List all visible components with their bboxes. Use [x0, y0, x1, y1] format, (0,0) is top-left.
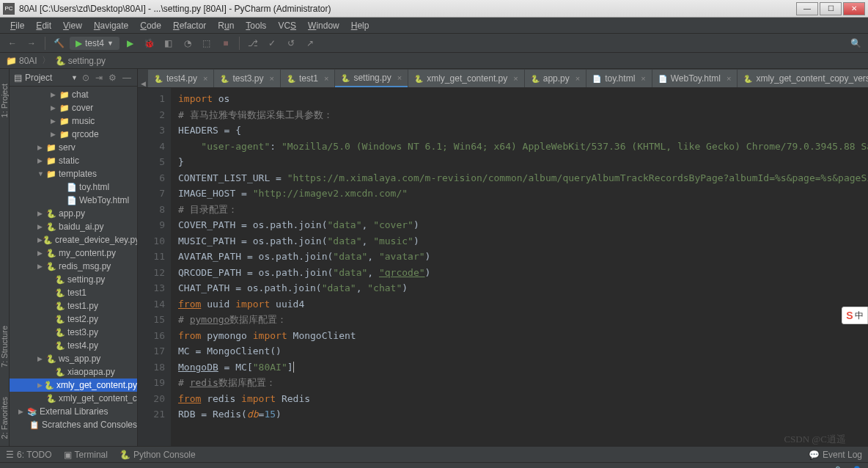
- breadcrumb-root[interactable]: 📁80AI: [6, 56, 37, 66]
- tree-item-setting.py[interactable]: 🐍setting.py: [10, 273, 137, 286]
- panel-title: Project: [25, 73, 68, 83]
- profiler-button[interactable]: ◔: [180, 35, 196, 51]
- tree-item-chat[interactable]: ▶📁chat: [10, 88, 137, 101]
- tree-item-cover[interactable]: ▶📁cover: [10, 101, 137, 114]
- dropdown-icon[interactable]: ▼: [71, 74, 78, 81]
- chevron-right-icon: 〉: [42, 54, 51, 67]
- close-icon[interactable]: ×: [270, 74, 274, 83]
- tree-item-test1.py[interactable]: 🐍test1.py: [10, 299, 137, 312]
- close-icon[interactable]: ×: [727, 74, 731, 83]
- menu-edit[interactable]: Edit: [30, 19, 57, 32]
- tree-item-test4.py[interactable]: 🐍test4.py: [10, 339, 137, 352]
- collapse-icon[interactable]: ⇥: [94, 73, 104, 83]
- tool-project[interactable]: 1: Project: [0, 84, 9, 117]
- locate-icon[interactable]: ⊙: [81, 73, 91, 83]
- tree-item-my_content.py[interactable]: ▶🐍my_content.py: [10, 246, 137, 260]
- bottom-tool-bar: ☰6: TODO ▣Terminal 🐍Python Console 💬Even…: [0, 446, 868, 462]
- tab-scroll-left[interactable]: ◀: [138, 80, 148, 87]
- tree-item-External Libraries[interactable]: ▶📚External Libraries: [10, 405, 137, 418]
- tree-item-test1[interactable]: 🐍test1: [10, 286, 137, 299]
- maximize-button[interactable]: ☐: [820, 2, 842, 15]
- tab-xmly_get_content_copy_version.py[interactable]: 🐍xmly_get_content_copy_version.py×: [738, 70, 868, 87]
- menu-file[interactable]: File: [4, 19, 30, 32]
- menu-vcs[interactable]: VCS: [272, 19, 302, 32]
- menu-navigate[interactable]: Navigate: [88, 19, 134, 32]
- forward-button[interactable]: →: [23, 35, 40, 51]
- search-button[interactable]: 🔍: [847, 35, 864, 51]
- tree-item-static[interactable]: ▶📁static: [10, 154, 137, 167]
- tree-item-test3.py[interactable]: 🐍test3.py: [10, 326, 137, 339]
- code-content[interactable]: import os # 喜马拉雅专辑数据采集工具参数： HEADERS = { …: [171, 88, 868, 446]
- code-editor[interactable]: 123456789101112131415161718192021 import…: [138, 88, 868, 446]
- menu-code[interactable]: Code: [134, 19, 167, 32]
- tree-item-qrcode[interactable]: ▶📁qrcode: [10, 128, 137, 141]
- ime-badge[interactable]: S中: [842, 307, 868, 324]
- tab-test3.py[interactable]: 🐍test3.py×: [214, 70, 279, 87]
- python-console-tool[interactable]: 🐍Python Console: [119, 450, 196, 460]
- tab-test1[interactable]: 🐍test1×: [281, 70, 334, 87]
- tree-item-templates[interactable]: ▼📁templates: [10, 167, 137, 180]
- tab-toy.html[interactable]: 📄toy.html×: [586, 70, 652, 87]
- coverage-button[interactable]: ◧: [161, 35, 177, 51]
- hammer-icon[interactable]: 🔨: [51, 35, 67, 51]
- push-button[interactable]: ↗: [302, 35, 318, 51]
- window-title: 80AI [C:\Users\zd\Desktop\80AI] - ...\se…: [19, 4, 795, 14]
- close-icon[interactable]: ×: [397, 73, 402, 82]
- menu-help[interactable]: Help: [345, 19, 375, 32]
- minimize-button[interactable]: —: [796, 2, 818, 15]
- tree-item-WebToy.html[interactable]: 📄WebToy.html: [10, 194, 137, 207]
- tree-item-Scratches and Consoles[interactable]: 📋Scratches and Consoles: [10, 418, 137, 431]
- close-icon[interactable]: ×: [575, 74, 580, 83]
- clock-button[interactable]: ↺: [283, 35, 299, 51]
- terminal-tool[interactable]: ▣Terminal: [64, 450, 108, 460]
- close-icon[interactable]: ×: [641, 74, 645, 83]
- menu-window[interactable]: Window: [302, 19, 345, 32]
- hide-icon[interactable]: —: [121, 73, 133, 83]
- tree-item-app.py[interactable]: ▶🐍app.py: [10, 207, 137, 220]
- tree-item-baidu_ai.py[interactable]: ▶🐍baidu_ai.py: [10, 220, 137, 233]
- tree-item-redis_msg.py[interactable]: ▶🐍redis_msg.py: [10, 260, 137, 273]
- project-tree[interactable]: ▶📁chat▶📁cover▶📁music▶📁qrcode▶📁serv▶📁stat…: [10, 87, 137, 446]
- tree-item-music[interactable]: ▶📁music: [10, 114, 137, 128]
- tree-item-toy.html[interactable]: 📄toy.html: [10, 180, 137, 194]
- panel-view-icon[interactable]: ▤: [14, 73, 22, 83]
- window-title-bar: PC 80AI [C:\Users\zd\Desktop\80AI] - ...…: [0, 0, 868, 18]
- commit-button[interactable]: ✓: [264, 35, 280, 51]
- back-button[interactable]: ←: [4, 35, 21, 51]
- tool-favorites[interactable]: 2: Favorites: [0, 397, 9, 439]
- gear-icon[interactable]: ⚙: [107, 73, 118, 83]
- stop-button[interactable]: ■: [218, 35, 234, 51]
- event-log-tool[interactable]: 💬Event Log: [809, 450, 862, 460]
- tool-structure[interactable]: 7: Structure: [0, 326, 9, 368]
- panel-header: ▤ Project ▼ ⊙ ⇥ ⚙ —: [10, 69, 137, 87]
- run-button[interactable]: ▶: [122, 35, 139, 51]
- tree-item-create_device_key.py[interactable]: ▶🐍create_device_key.py: [10, 233, 137, 246]
- run-config-selector[interactable]: ▶ test4 ▼: [70, 37, 119, 50]
- tree-item-ws_app.py[interactable]: ▶🐍ws_app.py: [10, 352, 137, 365]
- tree-item-test2.py[interactable]: 🐍test2.py: [10, 312, 137, 326]
- menu-tools[interactable]: Tools: [240, 19, 272, 32]
- tree-item-xmly_get_content_copy_ve[interactable]: 🐍xmly_get_content_copy_ve: [10, 392, 137, 405]
- vcs-button[interactable]: ⎇: [245, 35, 261, 51]
- tab-test4.py[interactable]: 🐍test4.py×: [148, 70, 213, 87]
- tree-item-xmly_get_content.py[interactable]: ▶🐍xmly_get_content.py: [10, 379, 137, 392]
- tab-setting.py[interactable]: 🐍setting.py×: [335, 70, 408, 87]
- close-icon[interactable]: ×: [513, 74, 518, 83]
- watermark: CSDN @C逍遥: [784, 433, 846, 446]
- tab-app.py[interactable]: 🐍app.py×: [525, 70, 586, 87]
- tab-xmly_get_content.py[interactable]: 🐍xmly_get_content.py×: [408, 70, 524, 87]
- debug-button[interactable]: 🐞: [141, 35, 158, 51]
- menu-run[interactable]: Run: [212, 19, 240, 32]
- tree-item-serv[interactable]: ▶📁serv: [10, 141, 137, 154]
- menu-view[interactable]: View: [57, 19, 88, 32]
- concurrency-button[interactable]: ⬚: [199, 35, 215, 51]
- breadcrumb-file[interactable]: 🐍setting.py: [55, 56, 106, 66]
- todo-tool[interactable]: ☰6: TODO: [6, 450, 52, 460]
- tree-item-xiaopapa.py[interactable]: 🐍xiaopapa.py: [10, 365, 137, 379]
- close-button[interactable]: ✕: [843, 2, 865, 15]
- close-icon[interactable]: ×: [324, 74, 328, 83]
- tab-WebToy.html[interactable]: 📄WebToy.html×: [652, 70, 738, 87]
- menu-refactor[interactable]: Refactor: [167, 19, 212, 32]
- close-icon[interactable]: ×: [203, 74, 207, 83]
- menu-bar: File Edit View Navigate Code Refactor Ru…: [0, 18, 868, 34]
